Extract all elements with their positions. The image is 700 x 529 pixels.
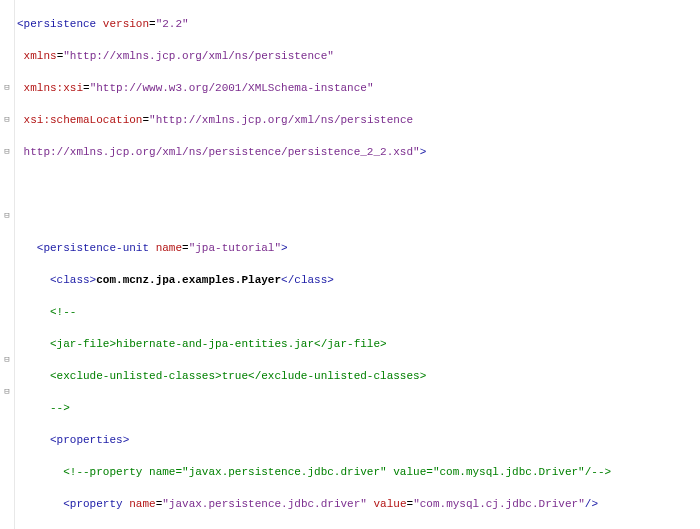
code-line: xmlns:xsi="http://www.w3.org/2001/XMLSch… (17, 80, 700, 96)
code-line: <property name="javax.persistence.jdbc.d… (17, 496, 700, 512)
code-line: <!-- (17, 304, 700, 320)
code-line (17, 176, 700, 192)
code-line: xmlns="http://xmlns.jcp.org/xml/ns/persi… (17, 48, 700, 64)
code-line: <!--property name="javax.persistence.jdb… (17, 464, 700, 480)
code-line: <properties> (17, 432, 700, 448)
fold-toggle[interactable]: ⊟ (0, 112, 14, 128)
code-line: <exclude-unlisted-classes>true</exclude-… (17, 368, 700, 384)
fold-toggle[interactable]: ⊟ (0, 384, 14, 400)
fold-toggle[interactable]: ⊟ (0, 80, 14, 96)
code-line: <jar-file>hibernate-and-jpa-entities.jar… (17, 336, 700, 352)
code-line: <class>com.mcnz.jpa.examples.Player</cla… (17, 272, 700, 288)
code-line (17, 208, 700, 224)
fold-toggle[interactable]: ⊟ (0, 144, 14, 160)
code-editor: ⊟ ⊟ ⊟ ⊟ ⊟ ⊟ <persistence version="2.2" x… (0, 0, 700, 529)
code-line: xsi:schemaLocation="http://xmlns.jcp.org… (17, 112, 700, 128)
code-line: --> (17, 400, 700, 416)
fold-toggle[interactable]: ⊟ (0, 208, 14, 224)
code-content: <persistence version="2.2" xmlns="http:/… (15, 0, 700, 529)
fold-toggle[interactable]: ⊟ (0, 352, 14, 368)
fold-gutter: ⊟ ⊟ ⊟ ⊟ ⊟ ⊟ (0, 0, 15, 529)
code-line: http://xmlns.jcp.org/xml/ns/persistence/… (17, 144, 700, 160)
code-line: <persistence version="2.2" (17, 16, 700, 32)
code-line: <persistence-unit name="jpa-tutorial"> (17, 240, 700, 256)
